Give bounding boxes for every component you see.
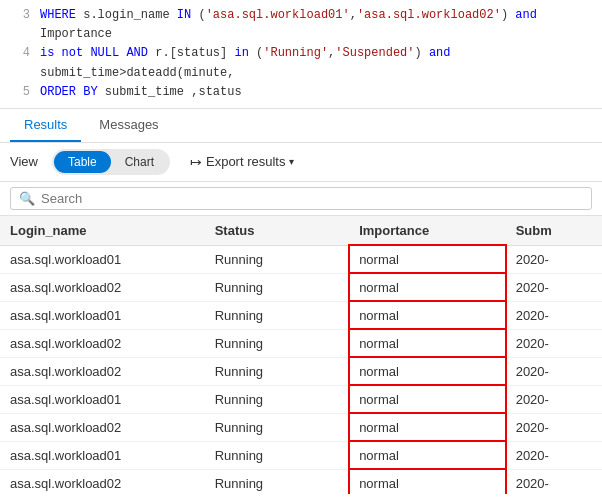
tab-messages[interactable]: Messages: [85, 109, 172, 142]
cell-login-name: asa.sql.workload02: [0, 273, 205, 301]
cell-importance: normal: [349, 357, 506, 385]
cell-submit-time: 2020-: [506, 469, 602, 494]
view-toggle: Table Chart: [52, 149, 170, 175]
cell-importance: normal: [349, 273, 506, 301]
table-row: asa.sql.workload01Runningnormal2020-: [0, 301, 602, 329]
cell-submit-time: 2020-: [506, 245, 602, 273]
col-header-importance: Importance: [349, 216, 506, 246]
code-line-4: 4 is not NULL AND r.[status] in ('Runnin…: [10, 44, 592, 82]
cell-submit-time: 2020-: [506, 301, 602, 329]
cell-login-name: asa.sql.workload01: [0, 385, 205, 413]
cell-importance: normal: [349, 245, 506, 273]
table-row: asa.sql.workload02Runningnormal2020-: [0, 469, 602, 494]
cell-login-name: asa.sql.workload02: [0, 357, 205, 385]
table-row: asa.sql.workload02Runningnormal2020-: [0, 329, 602, 357]
col-header-status: Status: [205, 216, 349, 246]
search-icon: 🔍: [19, 191, 35, 206]
table-toggle-btn[interactable]: Table: [54, 151, 111, 173]
cell-status: Running: [205, 385, 349, 413]
cell-status: Running: [205, 273, 349, 301]
table-row: asa.sql.workload02Runningnormal2020-: [0, 413, 602, 441]
cell-submit-time: 2020-: [506, 357, 602, 385]
line-num-3: 3: [10, 6, 30, 25]
cell-status: Running: [205, 469, 349, 494]
cell-status: Running: [205, 329, 349, 357]
table-row: asa.sql.workload01Runningnormal2020-: [0, 385, 602, 413]
cell-login-name: asa.sql.workload01: [0, 301, 205, 329]
cell-status: Running: [205, 245, 349, 273]
results-table: Login_name Status Importance Subm asa.sq…: [0, 216, 602, 494]
code-line-3: 3 WHERE s.login_name IN ('asa.sql.worklo…: [10, 6, 592, 44]
cell-login-name: asa.sql.workload02: [0, 413, 205, 441]
search-bar: 🔍: [0, 182, 602, 216]
cell-importance: normal: [349, 441, 506, 469]
table-row: asa.sql.workload01Runningnormal2020-: [0, 441, 602, 469]
cell-submit-time: 2020-: [506, 385, 602, 413]
tab-results[interactable]: Results: [10, 109, 81, 142]
cell-status: Running: [205, 357, 349, 385]
table-row: asa.sql.workload02Runningnormal2020-: [0, 273, 602, 301]
cell-login-name: asa.sql.workload02: [0, 469, 205, 494]
cell-importance: normal: [349, 385, 506, 413]
chevron-down-icon: ▾: [289, 156, 294, 167]
tabs-bar: Results Messages: [0, 109, 602, 143]
cell-status: Running: [205, 441, 349, 469]
cell-login-name: asa.sql.workload01: [0, 245, 205, 273]
export-results-button[interactable]: ↦ Export results ▾: [190, 154, 294, 170]
line-num-4: 4: [10, 44, 30, 63]
code-line-5: 5 ORDER BY submit_time ,status: [10, 83, 592, 102]
col-header-submit: Subm: [506, 216, 602, 246]
search-input[interactable]: [41, 191, 583, 206]
export-label: Export results: [206, 154, 285, 169]
cell-login-name: asa.sql.workload01: [0, 441, 205, 469]
cell-status: Running: [205, 301, 349, 329]
table-row: asa.sql.workload01Runningnormal2020-: [0, 245, 602, 273]
view-label: View: [10, 154, 38, 169]
line-num-5: 5: [10, 83, 30, 102]
search-input-wrap[interactable]: 🔍: [10, 187, 592, 210]
cell-submit-time: 2020-: [506, 329, 602, 357]
cell-submit-time: 2020-: [506, 273, 602, 301]
cell-importance: normal: [349, 469, 506, 494]
cell-login-name: asa.sql.workload02: [0, 329, 205, 357]
export-arrow-icon: ↦: [190, 154, 202, 170]
cell-submit-time: 2020-: [506, 413, 602, 441]
cell-status: Running: [205, 413, 349, 441]
table-header-row: Login_name Status Importance Subm: [0, 216, 602, 246]
table-row: asa.sql.workload02Runningnormal2020-: [0, 357, 602, 385]
col-header-login-name: Login_name: [0, 216, 205, 246]
cell-importance: normal: [349, 329, 506, 357]
code-editor: 3 WHERE s.login_name IN ('asa.sql.worklo…: [0, 0, 602, 109]
results-table-container: Login_name Status Importance Subm asa.sq…: [0, 216, 602, 494]
cell-submit-time: 2020-: [506, 441, 602, 469]
chart-toggle-btn[interactable]: Chart: [111, 151, 168, 173]
cell-importance: normal: [349, 413, 506, 441]
toolbar: View Table Chart ↦ Export results ▾: [0, 143, 602, 182]
cell-importance: normal: [349, 301, 506, 329]
